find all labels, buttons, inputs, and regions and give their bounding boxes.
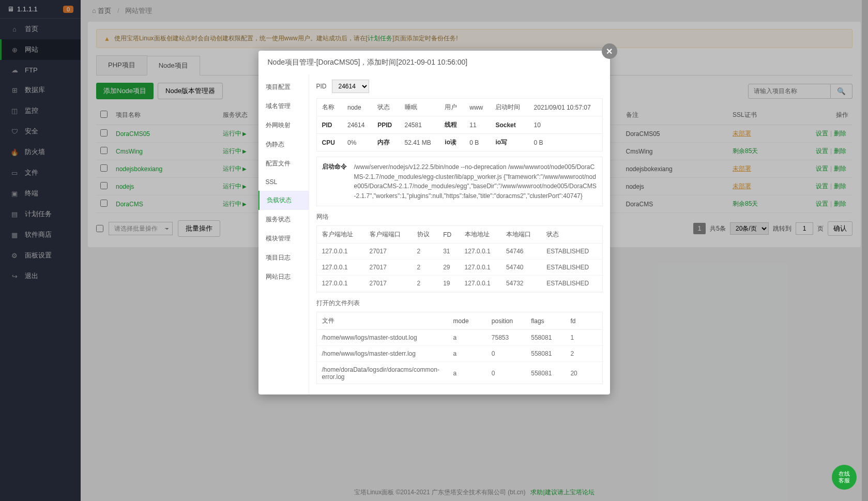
project-manage-modal: ✕ Node项目管理-[DoraCMS05]，添加时间[2021-09-01 1…: [258, 51, 610, 394]
net-row: 127.0.0.127017229127.0.0.154740ESTABLISH…: [317, 260, 602, 276]
modal-tab-6[interactable]: 负载状态: [258, 191, 309, 210]
modal-title: Node项目管理-[DoraCMS05]，添加时间[2021-09-01 10:…: [258, 51, 610, 74]
pid-select[interactable]: 24614: [332, 80, 369, 93]
network-table-wrap[interactable]: 客户端地址客户端端口协议FD本地地址本地端口状态127.0.0.12701723…: [316, 225, 603, 293]
modal-tab-4[interactable]: 配置文件: [258, 154, 309, 173]
support-float-button[interactable]: 在线 客服: [832, 465, 857, 490]
network-table: 客户端地址客户端端口协议FD本地地址本地端口状态127.0.0.12701723…: [317, 226, 602, 293]
modal-tab-2[interactable]: 外网映射: [258, 116, 309, 135]
net-row: 127.0.0.127017231127.0.0.154746ESTABLISH…: [317, 244, 602, 260]
file-row: /home/doraData/logsdir/doracms/common-er…: [317, 362, 602, 385]
modal-overlay: ✕ Node项目管理-[DoraCMS05]，添加时间[2021-09-01 1…: [0, 0, 868, 501]
modal-tab-5[interactable]: SSL: [258, 173, 309, 191]
modal-tab-8[interactable]: 模块管理: [258, 229, 309, 248]
process-info-table: 名称node状态睡眠用户www启动时间2021/09/01 10:57:07PI…: [316, 98, 603, 151]
modal-sidebar: 项目配置域名管理外网映射伪静态配置文件SSL负载状态服务状态模块管理项目日志网站…: [258, 74, 309, 394]
net-row: 127.0.0.127017219127.0.0.154732ESTABLISH…: [317, 276, 602, 292]
modal-close-button[interactable]: ✕: [602, 43, 617, 59]
file-row: /home/www/logs/master-stdout.loga7585355…: [317, 330, 602, 346]
files-table-wrap[interactable]: 文件modepositionflagsfd/home/www/logs/mast…: [316, 312, 603, 384]
start-command: 启动命令 /www/server/nodejs/v12.22.5/bin/nod…: [316, 157, 603, 206]
close-icon: ✕: [606, 47, 613, 56]
net-row: 127.0.0.127017226127.0.0.154734ESTABLISH…: [317, 292, 602, 293]
modal-tab-0[interactable]: 项目配置: [258, 78, 309, 97]
modal-tab-3[interactable]: 伪静态: [258, 135, 309, 154]
modal-tab-1[interactable]: 域名管理: [258, 97, 309, 116]
files-table: 文件modepositionflagsfd/home/www/logs/mast…: [317, 312, 602, 384]
file-row: /home/www/logs/master-stderr.loga0558081…: [317, 346, 602, 362]
modal-tab-9[interactable]: 项目日志: [258, 248, 309, 267]
modal-tab-10[interactable]: 网站日志: [258, 267, 309, 286]
modal-tab-7[interactable]: 服务状态: [258, 210, 309, 229]
